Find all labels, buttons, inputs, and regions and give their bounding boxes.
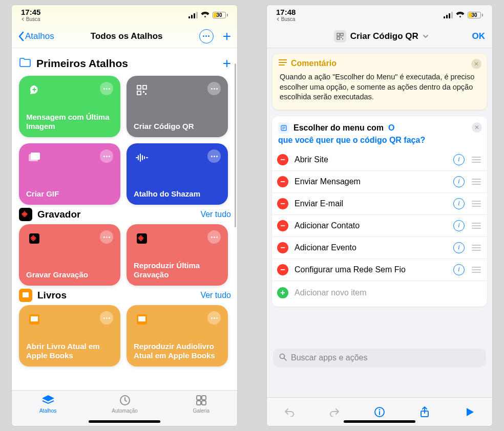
item-info-button[interactable]: i [453, 220, 465, 231]
reorder-handle-icon[interactable] [471, 223, 482, 229]
reorder-handle-icon[interactable] [471, 201, 482, 207]
see-all-button[interactable]: Ver tudo [200, 210, 231, 219]
status-time: 17:48 [276, 8, 296, 16]
menu-item-label[interactable]: Enviar Mensagem [295, 177, 447, 186]
tile-app-icon [134, 149, 150, 166]
svg-point-24 [379, 409, 381, 411]
comment-text[interactable]: Quando a ação "Escolher do Menu" é execu… [272, 70, 487, 110]
menu-item-label[interactable]: Enviar E-mail [295, 199, 447, 208]
back-button[interactable]: Atalhos [18, 31, 54, 41]
tile-more-button[interactable] [207, 230, 221, 244]
see-all-button[interactable]: Ver tudo [200, 291, 231, 300]
add-shortcut-button[interactable]: + [223, 29, 231, 44]
shortcut-tile[interactable]: Mensagem com Última Imagem [19, 76, 120, 137]
status-breadcrumb[interactable]: Busca [277, 16, 296, 22]
home-indicator[interactable] [89, 420, 160, 423]
delete-item-button[interactable]: − [277, 264, 288, 275]
share-button[interactable] [417, 404, 432, 420]
scroll-indicator[interactable] [235, 63, 236, 227]
shortcut-tile[interactable]: Criar GIF [19, 143, 120, 205]
tile-app-icon [26, 82, 43, 98]
reorder-handle-icon[interactable] [471, 267, 482, 273]
shortcut-tile[interactable]: Criar Código QR [127, 76, 228, 137]
tile-more-button[interactable] [100, 82, 113, 95]
tile-more-button[interactable] [207, 82, 221, 95]
item-info-button[interactable]: i [453, 264, 465, 275]
delete-item-button[interactable]: − [277, 176, 288, 187]
menu-item-label[interactable]: Adicionar Contato [295, 221, 447, 230]
section-add-button[interactable]: + [223, 56, 231, 71]
comment-action-card[interactable]: Comentário ✕ Quando a ação "Escolher do … [272, 53, 487, 110]
item-info-button[interactable]: i [453, 154, 465, 165]
section-header-livros: Livros Ver tudo [19, 286, 233, 305]
svg-rect-16 [337, 33, 340, 36]
folder-icon [19, 57, 31, 70]
shortcuts-scroll-area[interactable]: Primeiros Atalhos + Mensagem com Última … [12, 48, 237, 390]
reorder-handle-icon[interactable] [471, 179, 482, 185]
delete-item-button[interactable]: − [277, 220, 288, 231]
tile-more-button[interactable] [207, 311, 221, 325]
reorder-handle-icon[interactable] [471, 157, 482, 163]
delete-item-button[interactable]: − [277, 198, 288, 209]
tab-atalhos[interactable]: Atalhos [39, 394, 56, 414]
menu-item-label[interactable]: Abrir Site [295, 155, 447, 164]
tile-more-button[interactable] [100, 230, 113, 244]
phone-left-all-shortcuts: 17:45 Busca 30 Atalhos Tod [12, 5, 237, 426]
status-breadcrumb[interactable]: Busca [22, 16, 40, 22]
menu-item-label[interactable]: Adicionar Evento [295, 243, 447, 252]
shortcut-tile[interactable]: Reproduzir Última Gravação [127, 224, 228, 286]
info-button[interactable] [372, 404, 387, 420]
menu-item-row[interactable]: −Abrir Sitei [272, 149, 487, 170]
done-button[interactable]: OK [472, 31, 485, 41]
tile-label: Reproduzir Audiolivro Atual em Apple Boo… [134, 342, 221, 360]
menu-item-row[interactable]: −Adicionar Contatoi [272, 214, 487, 236]
home-indicator[interactable] [344, 420, 415, 423]
tile-more-button[interactable] [100, 311, 113, 325]
shortcut-name-dropdown[interactable]: Criar Código QR [334, 30, 429, 42]
remove-action-button[interactable]: ✕ [471, 59, 481, 69]
menu-item-row[interactable]: −Enviar E-maili [272, 192, 487, 214]
remove-action-button[interactable]: ✕ [472, 122, 482, 133]
svg-rect-17 [341, 33, 343, 36]
tab-galeria[interactable]: Galeria [193, 394, 209, 414]
menu-item-label[interactable]: Configurar uma Rede Sem Fio [295, 265, 447, 274]
add-item-label: Adicionar novo item [295, 288, 367, 297]
menu-item-row[interactable]: −Configurar uma Rede Sem Fioi [272, 258, 487, 281]
delete-item-button[interactable]: − [277, 154, 288, 165]
svg-rect-1 [143, 85, 146, 89]
tile-app-icon [134, 230, 150, 247]
shortcut-tile[interactable]: Reproduzir Audiolivro Atual em Apple Boo… [127, 305, 228, 367]
run-button[interactable] [462, 404, 477, 420]
phone-right-shortcut-editor: 17:48 Busca 30 [267, 5, 492, 426]
shortcut-tile[interactable]: Gravar Gravação [19, 224, 120, 286]
add-menu-item-row[interactable]: + Adicionar novo item [272, 281, 487, 305]
menu-prompt-variable[interactable]: O [388, 123, 394, 132]
svg-rect-6 [31, 153, 40, 160]
reorder-handle-icon[interactable] [471, 245, 482, 251]
redo-button[interactable] [327, 404, 342, 420]
tile-app-icon [26, 230, 43, 247]
search-placeholder: Buscar apps e ações [291, 353, 367, 362]
delete-item-button[interactable]: − [277, 242, 288, 253]
choose-from-menu-action-card[interactable]: Escolher do menu com O ✕ que você quer q… [272, 116, 487, 307]
tile-app-icon [134, 82, 150, 98]
svg-rect-3 [143, 91, 144, 93]
svg-rect-19 [341, 37, 342, 38]
menu-prompt-text[interactable]: que você quer que o código QR faça? [272, 136, 487, 149]
shortcut-tile[interactable]: Abrir Livro Atual em Apple Books [19, 305, 120, 367]
menu-item-row[interactable]: −Enviar Mensagemi [272, 170, 487, 192]
tab-automacao[interactable]: Automação [112, 394, 138, 414]
svg-rect-4 [145, 93, 146, 95]
menu-item-row[interactable]: −Adicionar Eventoi [272, 236, 487, 258]
item-info-button[interactable]: i [453, 176, 465, 187]
shortcut-tile[interactable]: Atalho do Shazam [127, 143, 228, 205]
search-actions-input[interactable]: Buscar apps e ações [273, 349, 486, 367]
undo-button[interactable] [282, 404, 297, 420]
qr-shortcut-icon [334, 30, 346, 42]
editor-body[interactable]: Comentário ✕ Quando a ação "Escolher do … [267, 48, 492, 397]
item-info-button[interactable]: i [453, 242, 465, 253]
item-info-button[interactable]: i [453, 198, 465, 209]
tile-more-button[interactable] [207, 149, 221, 163]
tile-more-button[interactable] [100, 149, 113, 163]
more-options-button[interactable] [199, 29, 214, 44]
